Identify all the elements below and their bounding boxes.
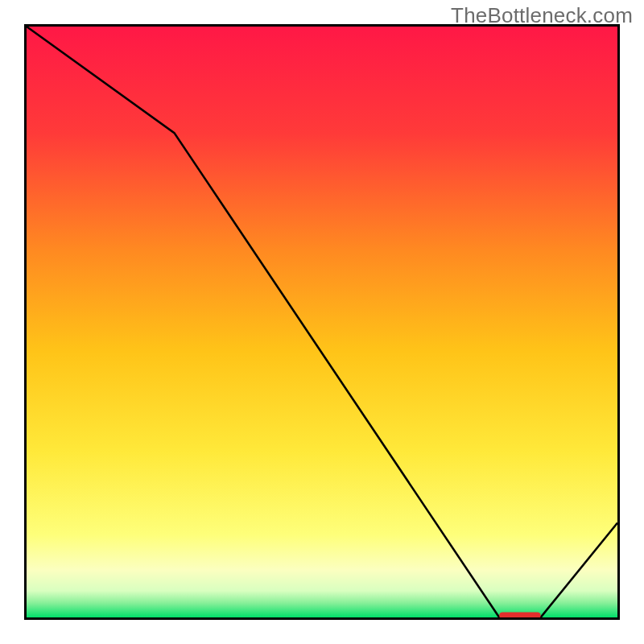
optimal-marker bbox=[499, 612, 540, 617]
watermark-text: TheBottleneck.com bbox=[451, 3, 633, 28]
plot-svg bbox=[27, 27, 617, 617]
chart-stage: TheBottleneck.com bbox=[0, 0, 644, 644]
plot-area bbox=[24, 24, 620, 620]
gradient-bg bbox=[27, 27, 617, 617]
